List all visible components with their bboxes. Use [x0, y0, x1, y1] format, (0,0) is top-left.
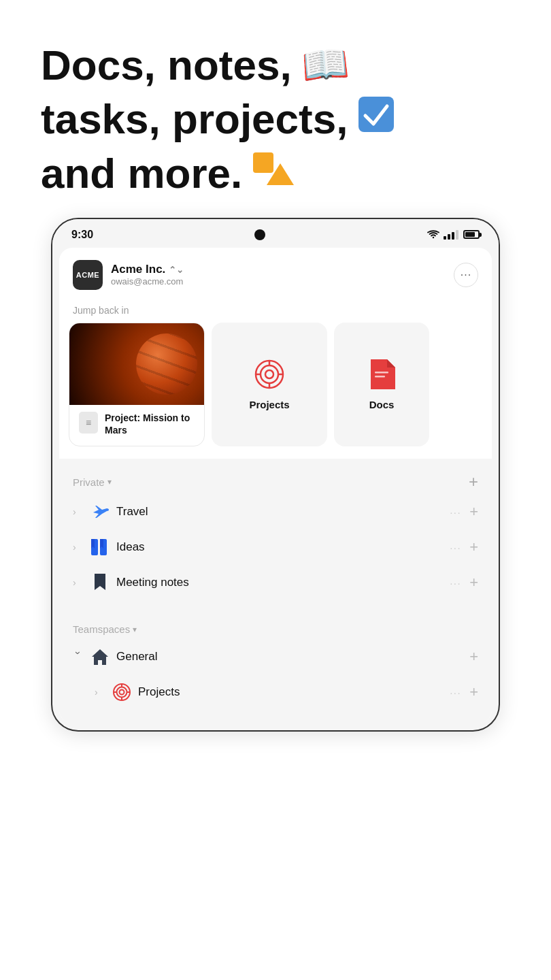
app-header: ACME Acme Inc. ⌃⌄ owais@acme.com ···	[59, 248, 492, 299]
svg-point-5	[265, 370, 273, 378]
svg-rect-1	[253, 152, 273, 173]
emoji-book-icon: 📖	[299, 42, 350, 89]
ts-projects-label: Projects	[138, 685, 450, 699]
teamspaces-chevron-icon: ▾	[133, 625, 137, 634]
travel-add-icon[interactable]: +	[469, 503, 478, 521]
general-actions: +	[469, 648, 478, 666]
sidebar-item-travel[interactable]: › Travel ··· +	[59, 494, 492, 529]
ts-projects-actions: ··· +	[450, 683, 478, 701]
teamspaces-section: Teamspaces ▾ › General +	[59, 615, 492, 723]
doc-icon	[79, 412, 98, 434]
planet-graphic	[136, 333, 197, 395]
wifi-icon	[427, 230, 440, 240]
hero-section: Docs, notes, 📖 tasks, projects, and more…	[0, 0, 551, 218]
general-add-icon[interactable]: +	[469, 648, 478, 666]
emoji-shapes-icon	[252, 150, 295, 197]
private-section-header: Private ▾ +	[59, 466, 492, 494]
hero-text-3: and more.	[41, 149, 242, 197]
ideas-actions: ··· +	[450, 538, 478, 556]
card-projects[interactable]: Projects	[212, 323, 327, 446]
mission-card-title: Project: Mission to Mars	[105, 412, 195, 436]
mission-card-body: Project: Mission to Mars	[69, 405, 204, 446]
workspace-chevron-icon: ⌃⌄	[169, 265, 184, 275]
meeting-expand-icon: ›	[73, 577, 84, 588]
workspace-email: owais@acme.com	[111, 276, 184, 287]
sidebar-item-general[interactable]: › General +	[59, 639, 492, 674]
ideas-books-icon	[90, 538, 110, 557]
private-section: Private ▾ + › Travel ··· +	[59, 459, 492, 607]
travel-more-icon[interactable]: ···	[450, 506, 461, 518]
ideas-more-icon[interactable]: ···	[450, 542, 461, 553]
hero-text-1: Docs, notes,	[41, 41, 292, 89]
front-camera	[254, 229, 265, 240]
workspace-info[interactable]: ACME Acme Inc. ⌃⌄ owais@acme.com	[73, 260, 184, 290]
mission-card-image	[69, 323, 204, 405]
card-mission-to-mars[interactable]: Project: Mission to Mars	[69, 323, 205, 446]
svg-point-4	[261, 365, 278, 383]
meeting-more-icon[interactable]: ···	[450, 577, 461, 589]
docs-card-label: Docs	[369, 399, 395, 410]
app-content: ACME Acme Inc. ⌃⌄ owais@acme.com ··· Jum…	[59, 248, 492, 723]
ideas-label: Ideas	[116, 540, 450, 554]
meeting-bookmark-icon	[90, 573, 110, 592]
status-time: 9:30	[71, 229, 93, 241]
workspace-name: Acme Inc. ⌃⌄	[111, 263, 184, 276]
travel-actions: ··· +	[450, 503, 478, 521]
projects-card-label: Projects	[249, 399, 289, 410]
ideas-add-icon[interactable]: +	[469, 538, 478, 556]
ts-projects-more-icon[interactable]: ···	[450, 687, 461, 698]
workspace-logo: ACME	[73, 260, 103, 290]
workspace-details: Acme Inc. ⌃⌄ owais@acme.com	[111, 263, 184, 287]
svg-point-16	[120, 690, 124, 695]
ideas-expand-icon: ›	[73, 542, 84, 553]
battery-icon	[463, 230, 480, 239]
card-docs[interactable]: Docs	[334, 323, 429, 446]
private-label[interactable]: Private ▾	[73, 476, 112, 488]
signal-icon	[444, 230, 458, 240]
hero-title: Docs, notes, 📖 tasks, projects, and more…	[41, 41, 510, 197]
hero-text-2: tasks, projects,	[41, 95, 348, 143]
private-add-button[interactable]: +	[469, 474, 478, 490]
docs-card-icon	[368, 359, 395, 392]
ts-projects-target-icon	[112, 683, 131, 702]
travel-plane-icon	[90, 502, 110, 521]
emoji-check-icon	[357, 95, 395, 142]
ts-projects-expand-icon: ›	[95, 687, 105, 698]
travel-expand-icon: ›	[73, 506, 84, 517]
header-more-button[interactable]: ···	[454, 263, 478, 287]
travel-label: Travel	[116, 505, 450, 519]
hero-line-2: tasks, projects,	[41, 95, 395, 143]
sidebar-item-teamspace-projects[interactable]: › Projects ··· +	[59, 674, 492, 710]
teamspaces-label[interactable]: Teamspaces ▾	[73, 623, 137, 635]
meeting-actions: ··· +	[450, 574, 478, 591]
jump-back-label: Jump back in	[59, 299, 492, 323]
hero-line-1: Docs, notes, 📖	[41, 41, 349, 89]
status-icons	[427, 230, 480, 240]
ts-projects-add-icon[interactable]: +	[469, 683, 478, 701]
svg-rect-0	[358, 97, 394, 132]
private-chevron-icon: ▾	[107, 477, 112, 487]
hero-line-3: and more.	[41, 149, 295, 197]
cards-row: Project: Mission to Mars	[59, 323, 492, 459]
general-expand-icon: ›	[73, 651, 84, 662]
general-house-icon	[90, 647, 110, 666]
svg-rect-11	[375, 376, 385, 378]
three-dots-icon: ···	[461, 269, 471, 281]
svg-rect-10	[375, 372, 388, 374]
status-bar: 9:30	[52, 219, 499, 248]
teamspaces-section-header: Teamspaces ▾	[59, 615, 492, 639]
svg-point-15	[117, 687, 127, 698]
sidebar-item-meeting-notes[interactable]: › Meeting notes ··· +	[59, 565, 492, 600]
general-label: General	[116, 650, 469, 664]
meeting-add-icon[interactable]: +	[469, 574, 478, 591]
meeting-notes-label: Meeting notes	[116, 576, 450, 589]
sidebar-item-ideas[interactable]: › Ideas ··· +	[59, 529, 492, 565]
projects-card-icon	[254, 359, 284, 392]
phone-mockup: 9:30	[51, 218, 500, 732]
